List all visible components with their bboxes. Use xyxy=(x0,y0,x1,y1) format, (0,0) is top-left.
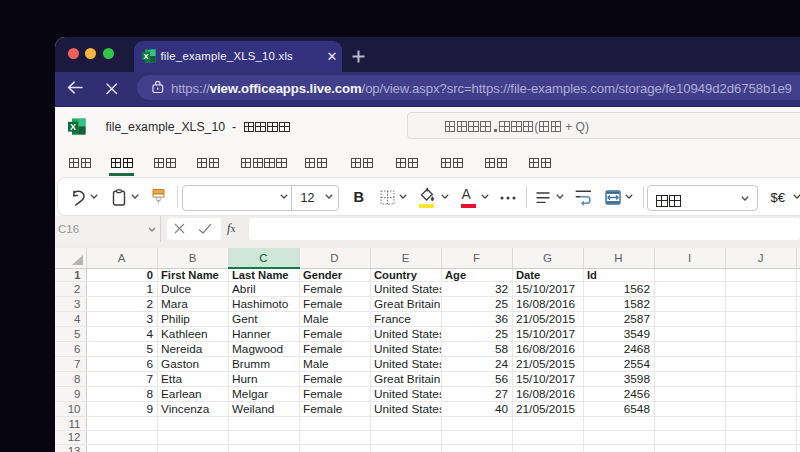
svg-text:X: X xyxy=(70,122,76,132)
svg-text:X: X xyxy=(143,51,148,60)
